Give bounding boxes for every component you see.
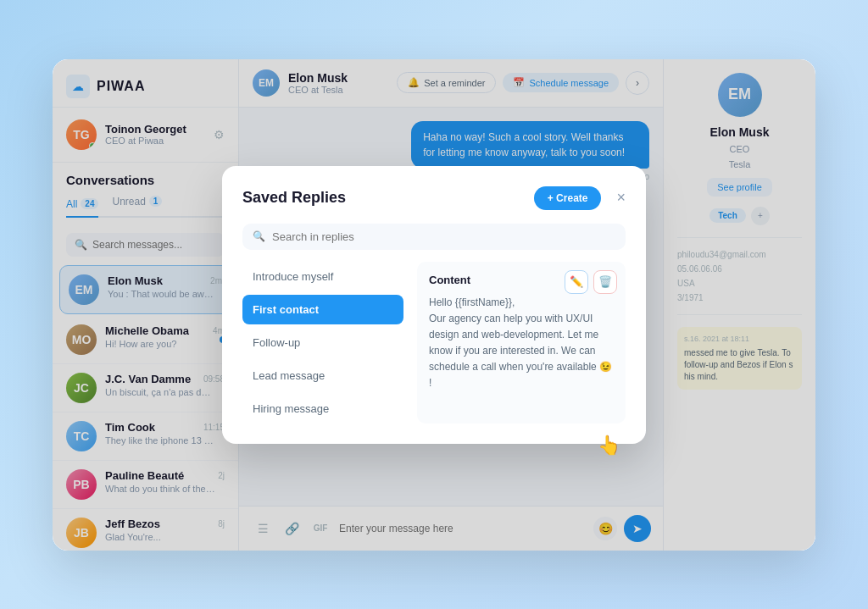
content-actions: ✏️ 🗑️	[565, 270, 617, 294]
modal-body: Introduce myself First contact 👆 Follow-…	[242, 262, 626, 424]
modal-header: Saved Replies + Create ×	[242, 186, 626, 210]
modal-title: Saved Replies	[242, 189, 346, 207]
delete-reply-button[interactable]: 🗑️	[593, 270, 617, 294]
modal-search-icon: 🔍	[253, 230, 265, 242]
reply-item-4[interactable]: Hiring message	[242, 394, 403, 424]
modal-overlay: Saved Replies + Create × 🔍 Introduce mys…	[53, 59, 815, 551]
modal-search-box[interactable]: 🔍	[242, 224, 626, 250]
reply-item-0[interactable]: Introduce myself	[242, 262, 403, 291]
modal-search-input[interactable]	[272, 230, 615, 243]
reply-item-3[interactable]: Lead message	[242, 361, 403, 390]
reply-item-2[interactable]: Follow-up	[242, 328, 403, 357]
saved-replies-modal: Saved Replies + Create × 🔍 Introduce mys…	[222, 166, 646, 444]
reply-label-1: First contact	[253, 303, 319, 316]
content-text: Hello {{firstName}}, Our agency can help…	[429, 295, 614, 392]
cursor-hand-icon: 👆	[598, 435, 620, 457]
edit-reply-button[interactable]: ✏️	[565, 270, 588, 294]
create-button[interactable]: + Create	[534, 186, 602, 210]
content-panel: Content ✏️ 🗑️ Hello {{firstName}}, Our a…	[417, 262, 626, 424]
modal-close-button[interactable]: ×	[616, 189, 626, 207]
reply-item-1[interactable]: First contact 👆	[242, 295, 403, 324]
app-container: ☁ PIWAA TG Toinon Georget CEO at Piwaa ⚙…	[53, 59, 815, 551]
replies-list: Introduce myself First contact 👆 Follow-…	[242, 262, 403, 424]
